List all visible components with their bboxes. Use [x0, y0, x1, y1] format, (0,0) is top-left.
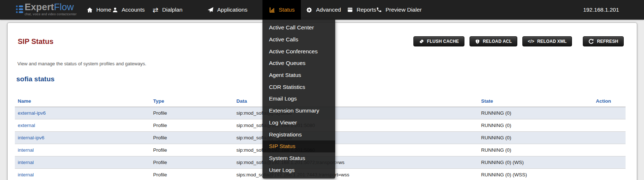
expertflow-logo[interactable]: ExpertFlow chat, voice and video contact…	[16, 2, 77, 16]
profile-link[interactable]: external-ipv6	[18, 110, 46, 116]
menu-item-cdr-statistics[interactable]: CDR Statistics	[262, 81, 335, 93]
flush-cache-button[interactable]: FLUSH CACHE	[413, 36, 464, 46]
column-header-state: State	[478, 95, 593, 107]
nav-item-applications[interactable]: Applications	[207, 0, 248, 20]
cell-action	[593, 168, 626, 180]
cell-state: RUNNING (0)	[478, 119, 593, 131]
phone-icon	[375, 7, 382, 13]
bar-chart-icon	[269, 7, 275, 13]
menu-item-active-conferences[interactable]: Active Conferences	[262, 45, 335, 57]
user-icon	[111, 7, 118, 13]
cell-type: Profile	[150, 131, 233, 144]
page-description: View and manage the status of system pro…	[17, 61, 146, 66]
swap-arrows-icon: ⇄	[152, 7, 159, 13]
gear-icon	[306, 7, 313, 13]
cell-type: Profile	[150, 144, 233, 156]
brand-tagline: chat, voice and video contactcenter	[25, 13, 77, 16]
button-label: RELOAD XML	[537, 39, 567, 44]
nav-item-preview-dialer[interactable]: Preview Dialer	[375, 0, 422, 20]
menu-item-sip-status[interactable]: SIP Status	[262, 140, 335, 152]
button-label: REFRESH	[597, 39, 618, 44]
menu-item-active-calls[interactable]: Active Calls	[262, 34, 335, 46]
cell-action	[593, 107, 626, 119]
status-dropdown-menu: Active Call Center Active Calls Active C…	[262, 20, 335, 179]
server-ip: 192.168.1.201	[583, 0, 619, 20]
page-title: SIP Status	[18, 37, 54, 46]
home-icon	[86, 7, 93, 13]
nav-item-advanced[interactable]: Advanced	[306, 0, 341, 20]
cell-action	[593, 131, 626, 144]
button-label: FLUSH CACHE	[427, 39, 459, 44]
button-label: RELOAD ACL	[483, 39, 512, 44]
report-book-icon	[346, 7, 353, 13]
cell-type: Profile	[150, 107, 233, 119]
menu-item-log-viewer[interactable]: Log Viewer	[262, 117, 335, 129]
cell-state: RUNNING (0) (WS)	[478, 156, 593, 168]
cell-action	[593, 144, 626, 156]
nav-label: Reports	[357, 7, 376, 13]
profile-link[interactable]: internal	[18, 160, 34, 165]
shield-icon	[475, 39, 480, 44]
cell-action	[593, 119, 626, 131]
cell-type: Profile	[150, 119, 233, 131]
column-header-name: Name	[15, 95, 150, 107]
nav-label: Dialplan	[162, 7, 182, 13]
menu-item-extension-summary[interactable]: Extension Summary	[262, 105, 335, 117]
profile-link[interactable]: internal	[18, 147, 34, 153]
nav-item-dialplan[interactable]: ⇄ Dialplan	[152, 0, 182, 20]
nav-label: Home	[96, 7, 111, 13]
toolbar: FLUSH CACHE RELOAD ACL </> RELOAD XML RE…	[408, 36, 624, 46]
refresh-icon	[588, 38, 594, 44]
cell-type: Profile	[150, 168, 233, 180]
cell-state: RUNNING (0) (WSS)	[478, 168, 593, 180]
menu-item-email-logs[interactable]: Email Logs	[262, 93, 335, 105]
menu-item-system-status[interactable]: System Status	[262, 152, 335, 164]
menu-item-active-queues[interactable]: Active Queues	[262, 57, 335, 69]
menu-item-registrations[interactable]: Registrations	[262, 128, 335, 140]
section-title-sofia-status: sofia status	[16, 75, 55, 83]
cell-action	[593, 156, 626, 168]
nav-label: Status	[279, 7, 295, 13]
column-header-action: Action	[593, 95, 626, 107]
nav-item-home[interactable]: Home	[86, 0, 111, 20]
code-icon: </>	[528, 39, 534, 44]
reload-xml-button[interactable]: </> RELOAD XML	[522, 36, 572, 46]
nav-label: Applications	[217, 7, 248, 13]
paper-plane-icon	[207, 7, 214, 13]
profile-link[interactable]: external	[18, 123, 35, 128]
profile-link[interactable]: internal-ipv6	[18, 135, 45, 140]
menu-item-user-logs[interactable]: User Logs	[262, 164, 335, 176]
cell-state: RUNNING (0)	[478, 144, 593, 156]
column-header-type: Type	[150, 95, 233, 107]
menu-item-agent-status[interactable]: Agent Status	[262, 69, 335, 81]
profile-link[interactable]: internal	[18, 172, 34, 177]
reload-acl-button[interactable]: RELOAD ACL	[470, 36, 517, 46]
menu-item-active-call-center[interactable]: Active Call Center	[262, 22, 335, 34]
nav-label: Advanced	[316, 7, 341, 13]
refresh-button[interactable]: REFRESH	[583, 36, 624, 46]
cell-type: Profile	[150, 156, 233, 168]
nav-label: Preview Dialer	[386, 7, 422, 13]
eraser-icon	[419, 39, 424, 44]
cell-state: RUNNING (0)	[478, 107, 593, 119]
nav-item-status[interactable]: Status Active Call Center Active Calls A…	[262, 0, 301, 20]
cell-state: RUNNING (0)	[478, 131, 593, 144]
top-navbar: ExpertFlow chat, voice and video contact…	[0, 0, 644, 20]
logo-dots-icon	[16, 5, 23, 13]
nav-label: Accounts	[122, 7, 145, 13]
brand-name: ExpertFlow	[25, 2, 77, 12]
nav-item-reports[interactable]: Reports	[346, 0, 376, 20]
nav-item-accounts[interactable]: Accounts	[111, 0, 145, 20]
